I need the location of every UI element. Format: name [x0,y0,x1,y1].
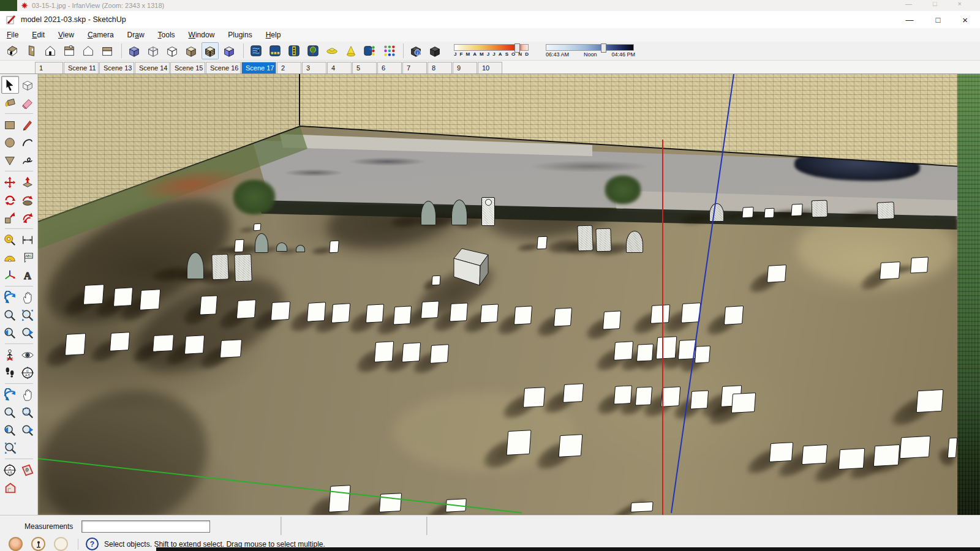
scene-tab-10[interactable]: 10 [478,62,502,73]
scene-tab-3[interactable]: 3 [302,62,326,73]
squares-plugin-icon[interactable] [266,42,284,59]
paint-bucket-tool-button[interactable] [1,94,19,111]
scene-tab-6[interactable]: 6 [377,62,402,73]
section-cuts-tool-button[interactable] [2,479,20,497]
section-plane-tool-button[interactable] [19,364,37,381]
month-slider-handle[interactable] [514,43,520,53]
scene-tab-4[interactable]: 4 [327,62,352,73]
zoom-2-tool-button[interactable] [1,403,19,421]
make-component-tool-button[interactable] [19,76,37,94]
menu-plugins[interactable]: Plugins [221,29,258,40]
section-symbol-tool-button[interactable] [1,461,19,479]
scene-tab-scene-15[interactable]: Scene 15 [170,62,205,73]
menu-camera[interactable]: Camera [81,29,121,40]
zoom-previous-tool-button[interactable] [1,324,19,342]
scene-tab-scene-17[interactable]: Scene 17 [241,62,276,73]
menu-draw[interactable]: Draw [121,29,151,40]
line-tool-button[interactable] [19,116,37,133]
zoom-previous-2-tool-button[interactable] [1,421,19,439]
scene-tab-2[interactable]: 2 [277,62,301,73]
scene-tab-scene-16[interactable]: Scene 16 [206,62,241,73]
back-view-icon[interactable] [99,42,116,59]
scene-tab-1[interactable]: 1 [35,62,63,73]
axes-tool-button[interactable] [1,266,19,284]
info-cube-icon[interactable] [407,42,424,59]
dark-cube-icon[interactable] [426,42,443,59]
close-button[interactable]: × [962,15,968,25]
color-dots-icon[interactable] [361,42,379,59]
polygon-tool-button[interactable] [1,151,19,169]
eraser-tool-button[interactable] [19,94,37,111]
scene-tab-7[interactable]: 7 [402,62,427,73]
iso-view-icon[interactable] [4,42,21,59]
shadow-time-slider[interactable] [546,44,634,51]
menu-tools[interactable]: Tools [151,29,182,40]
model-viewport[interactable] [38,74,957,515]
dimension-tool-button[interactable] [19,231,37,249]
maximize-button[interactable]: □ [935,15,940,24]
orbit-tool-button[interactable] [1,288,19,306]
monochrome-style-icon[interactable] [221,42,238,59]
wireframe-style-icon[interactable] [145,42,162,59]
geolocation-status-icon[interactable] [9,537,23,551]
shaded-style-icon[interactable] [183,42,200,59]
help-icon[interactable]: ? [86,538,99,550]
arc-tool-button[interactable] [19,133,37,151]
orbit-2-tool-button[interactable] [1,386,19,403]
tree-plugin-icon[interactable] [304,42,322,59]
rotate-tool-button[interactable] [1,191,19,209]
zoom-next-tool-button[interactable] [19,324,37,342]
saucer-icon[interactable] [323,42,341,59]
hidden-line-style-icon[interactable] [164,42,181,59]
left-view-icon[interactable] [23,42,40,59]
right-view-icon[interactable] [80,42,97,59]
contours-plugin-icon[interactable] [247,42,265,59]
color-grid-icon[interactable] [380,42,398,59]
circle-tool-button[interactable] [1,133,19,151]
pan-tool-button[interactable] [19,288,37,306]
scene-tab-9[interactable]: 9 [453,62,477,73]
filmstrip-plugin-icon[interactable] [285,42,303,59]
move-tool-button[interactable] [1,173,19,191]
section-plane-display-tool-button[interactable] [19,461,37,479]
zoom-next-2-tool-button[interactable] [19,421,37,439]
tape-measure-tool-button[interactable] [1,231,19,249]
3d-text-tool-button[interactable] [19,266,37,284]
credit-status-icon[interactable] [31,537,45,551]
minimize-button[interactable]: — [905,15,913,24]
offset-tool-button[interactable] [19,209,37,227]
walk-tool-button[interactable] [1,364,19,381]
scene-tab-8[interactable]: 8 [428,62,452,73]
zoom-extents-tool-button[interactable] [19,306,37,324]
push-pull-tool-button[interactable] [19,173,37,191]
menu-file[interactable]: File [0,29,25,40]
pan-2-tool-button[interactable] [19,386,37,403]
scale-tool-button[interactable] [1,209,19,227]
cone-icon[interactable] [342,42,360,59]
zoom-extents-2-tool-button[interactable] [2,439,20,457]
select-tool-button[interactable] [1,76,19,94]
xray-style-icon[interactable] [126,42,143,59]
protractor-tool-button[interactable] [1,249,19,266]
menu-view[interactable]: View [51,29,81,40]
menu-help[interactable]: Help [259,29,288,40]
shadow-month-slider[interactable] [454,44,529,51]
measurements-input[interactable] [81,520,210,533]
look-around-tool-button[interactable] [19,346,37,364]
zoom-window-tool-button[interactable] [19,403,37,421]
position-camera-tool-button[interactable] [1,346,19,364]
textured-style-icon[interactable] [202,42,219,59]
scene-tab-scene-14[interactable]: Scene 14 [135,62,170,73]
menu-window[interactable]: Window [182,29,222,40]
text-tool-button[interactable] [19,249,37,266]
follow-me-tool-button[interactable] [19,191,37,209]
top-view-icon[interactable] [61,42,78,59]
signin-status-icon[interactable] [54,537,68,551]
scene-tab-scene-13[interactable]: Scene 13 [99,62,134,73]
rectangle-tool-button[interactable] [1,116,19,133]
front-view-icon[interactable] [42,42,59,59]
time-slider-handle[interactable] [601,43,606,53]
scene-tab-5[interactable]: 5 [352,62,377,73]
menu-edit[interactable]: Edit [25,29,51,40]
freehand-tool-button[interactable] [19,151,37,169]
